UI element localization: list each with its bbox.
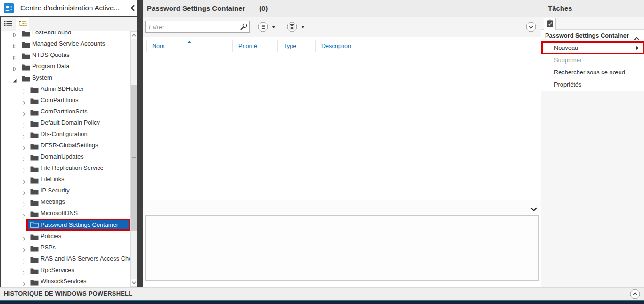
tree-item-label: RpcServices bbox=[41, 264, 74, 276]
tab-tree-view[interactable] bbox=[16, 18, 29, 32]
tree-item-label: Policies bbox=[41, 231, 61, 242]
column-header-priorite[interactable]: Priorité bbox=[233, 40, 278, 52]
content-toolbar bbox=[143, 17, 541, 37]
tree-item-label: FileLinks bbox=[41, 174, 65, 185]
tree-item[interactable]: Policies bbox=[1, 231, 130, 242]
tree-item[interactable]: PSPs bbox=[1, 242, 130, 253]
tree-item-label: DFSR-GlobalSettings bbox=[41, 140, 98, 151]
tree-item-label: RAS and IAS Servers Access Check bbox=[41, 253, 130, 264]
tree-item[interactable]: AdminSDHolder bbox=[1, 83, 130, 95]
adac-window: Centre d’administration Active... LostAn… bbox=[0, 0, 644, 304]
list-view-icon bbox=[4, 20, 12, 28]
tree-item[interactable]: MicrosoftDNS bbox=[1, 208, 130, 219]
pane-separator[interactable] bbox=[137, 0, 143, 287]
tree-item[interactable]: Managed Service Accounts bbox=[1, 38, 130, 49]
tree-item-label: WinsockServices bbox=[41, 276, 86, 287]
chevron-up-icon[interactable] bbox=[634, 34, 640, 38]
tree-item[interactable]: IP Security bbox=[1, 185, 130, 196]
scrollbar-grip bbox=[132, 156, 136, 160]
tree-item[interactable]: System bbox=[1, 72, 130, 83]
tree-view-icon bbox=[19, 20, 27, 29]
tree-item-label: Program Data bbox=[32, 61, 70, 72]
tree-item[interactable]: RAS and IAS Servers Access Check bbox=[1, 253, 130, 264]
tree-item[interactable]: DFSR-GlobalSettings bbox=[1, 140, 130, 151]
task-proprietes[interactable]: Propriétés bbox=[541, 79, 644, 91]
column-header-nom[interactable]: Nom bbox=[146, 40, 233, 52]
save-query-icon bbox=[287, 25, 297, 33]
tree-item-label: IP Security bbox=[41, 185, 70, 196]
tree-scrollbar[interactable] bbox=[130, 31, 137, 287]
tasks-header: Tâches bbox=[541, 0, 644, 17]
tree-item[interactable]: ComPartitions bbox=[1, 95, 130, 106]
task-label: Propriétés bbox=[554, 81, 581, 88]
task-rechercher-sous-ce-noeud[interactable]: Rechercher sous ce nœud bbox=[541, 66, 644, 79]
save-query-caret-icon[interactable] bbox=[301, 26, 305, 28]
list-body bbox=[143, 52, 541, 200]
tasks-pane: Tâches Password Settings Container Nouve… bbox=[541, 0, 644, 287]
tree-item-label: File Replication Service bbox=[41, 162, 104, 174]
submenu-arrow-icon bbox=[636, 46, 639, 50]
tree-item[interactable]: Program Data bbox=[1, 61, 130, 72]
filter-box[interactable] bbox=[145, 21, 250, 33]
folder-icon bbox=[30, 278, 39, 287]
save-query-button[interactable] bbox=[287, 22, 297, 32]
header-collapse-button[interactable] bbox=[526, 22, 536, 32]
tree-item-label: ComPartitions bbox=[41, 95, 78, 106]
tree-item[interactable]: RpcServices bbox=[1, 264, 130, 276]
tree-item-label: Managed Service Accounts bbox=[32, 38, 105, 49]
app-header: Centre d’administration Active... bbox=[0, 0, 137, 16]
list-header: Nom Priorité Type Description bbox=[143, 40, 541, 52]
expand-icon[interactable] bbox=[22, 211, 26, 222]
collapse-pane-icon[interactable] bbox=[130, 4, 136, 12]
content-header: Password Settings Container (0) bbox=[143, 0, 541, 17]
expand-icon[interactable] bbox=[22, 279, 26, 287]
tab-tasks[interactable] bbox=[544, 18, 556, 30]
expand-history-button[interactable] bbox=[630, 289, 640, 299]
scroll-up-icon[interactable] bbox=[131, 32, 137, 39]
task-nouveau[interactable]: Nouveau bbox=[541, 41, 644, 54]
navigation-pane: Centre d’administration Active... LostAn… bbox=[0, 0, 137, 287]
tree-item[interactable]: Meetings bbox=[1, 196, 130, 208]
preview-pane bbox=[145, 215, 539, 281]
tree-item-selected[interactable]: Password Settings Container bbox=[26, 219, 130, 231]
chevron-down-icon[interactable] bbox=[530, 205, 538, 209]
tree-item-label: Password Settings Container bbox=[41, 220, 118, 229]
tree-item[interactable]: LostAndFound bbox=[1, 31, 130, 38]
tasks-tab-row bbox=[541, 17, 644, 30]
tab-list-view[interactable] bbox=[2, 18, 14, 30]
task-label: Rechercher sous ce nœud bbox=[554, 69, 625, 76]
tree-item[interactable]: Dfs-Configuration bbox=[1, 128, 130, 140]
tree-item-label: MicrosoftDNS bbox=[41, 208, 78, 219]
column-header-type[interactable]: Type bbox=[278, 40, 316, 52]
scrollbar-thumb[interactable] bbox=[131, 85, 137, 231]
tree-item[interactable]: ComPartitionSets bbox=[1, 106, 130, 117]
search-icon[interactable] bbox=[240, 23, 247, 31]
tree-item[interactable]: WinsockServices bbox=[1, 276, 130, 287]
divider bbox=[139, 301, 139, 304]
tree-item-label: ComPartitionSets bbox=[41, 106, 88, 117]
tree-item[interactable]: NTDS Quotas bbox=[1, 49, 130, 61]
tasks-section-header[interactable]: Password Settings Container bbox=[541, 30, 644, 41]
divider bbox=[16, 3, 16, 13]
tree-item-label: LostAndFound bbox=[32, 31, 71, 38]
filter-input[interactable] bbox=[149, 22, 236, 32]
tree-item[interactable]: FileLinks bbox=[1, 174, 130, 185]
view-options-icon bbox=[258, 25, 268, 33]
scroll-down-icon[interactable] bbox=[131, 279, 137, 286]
tree-item[interactable]: File Replication Service bbox=[1, 162, 130, 174]
tree-item[interactable]: DomainUpdates bbox=[1, 151, 130, 162]
powershell-history-title: HISTORIQUE DE WINDOWS POWERSHELL bbox=[4, 288, 132, 300]
divider bbox=[113, 301, 113, 304]
content-title: Password Settings Container bbox=[147, 0, 245, 17]
app-title: Centre d’administration Active... bbox=[20, 0, 120, 16]
app-logo-icon bbox=[4, 3, 14, 13]
powershell-history-bar[interactable]: HISTORIQUE DE WINDOWS POWERSHELL bbox=[0, 287, 644, 300]
task-label: Supprimer bbox=[554, 56, 582, 64]
tree-item[interactable]: Default Domain Policy bbox=[1, 117, 130, 128]
column-header-description[interactable]: Description bbox=[316, 40, 391, 52]
view-options-caret-icon[interactable] bbox=[272, 26, 276, 28]
navigation-tree: LostAndFoundManaged Service AccountsNTDS… bbox=[1, 31, 130, 287]
view-options-button[interactable] bbox=[258, 22, 268, 32]
preview-collapse-bar[interactable] bbox=[143, 200, 541, 214]
divider bbox=[24, 301, 24, 304]
